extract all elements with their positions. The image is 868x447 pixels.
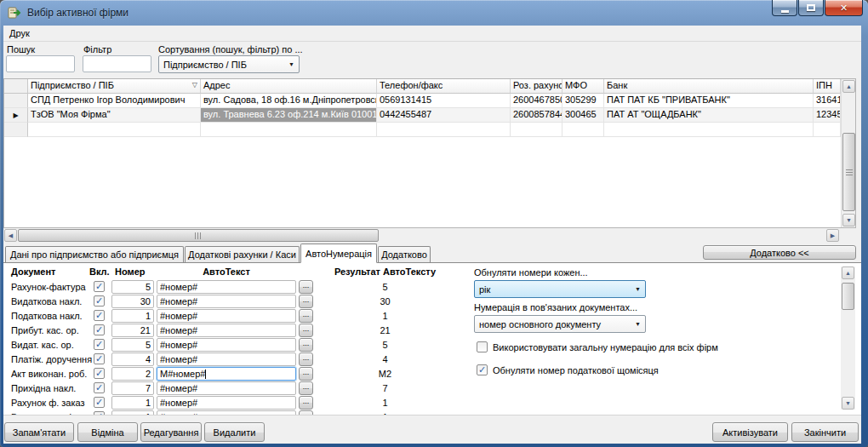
number-input[interactable] <box>111 309 154 323</box>
cell-name[interactable]: СПД Петренко Ігор Володимирович <box>28 94 201 108</box>
tab-company-data[interactable]: Дані про підприємство або підприємця <box>5 246 184 262</box>
autotext-browse-button[interactable]: ... <box>299 381 313 395</box>
grid-header-bank[interactable]: Банк <box>604 79 814 94</box>
autotext-browse-button[interactable]: ... <box>299 309 313 323</box>
titlebar[interactable]: Вибір активної фірми ✕ <box>0 0 868 26</box>
table-row[interactable]: СПД Петренко Ігор Володимирович вул. Сад… <box>4 94 841 108</box>
cell-account[interactable]: 260085784474 <box>511 108 562 123</box>
grid-header-phone[interactable]: Телефон/факс <box>377 79 511 94</box>
autotext-input[interactable] <box>157 338 296 352</box>
enabled-checkbox[interactable] <box>94 382 105 393</box>
thumb-grip <box>846 169 853 175</box>
enabled-checkbox[interactable] <box>94 353 105 364</box>
cell-phone[interactable]: 0569131415 <box>377 94 511 108</box>
scroll-down-icon[interactable]: ▼ <box>842 397 854 410</box>
autotext-input[interactable] <box>157 324 296 337</box>
reset-period-combobox[interactable]: рік ▼ <box>474 280 646 298</box>
autotext-browse-button[interactable]: ... <box>299 324 313 337</box>
cell-account[interactable]: 260046785001 <box>511 94 562 108</box>
grid-header-address[interactable]: Адрес <box>201 79 377 94</box>
grid-horizontal-scrollbar[interactable]: ◀ ▶ <box>3 228 840 243</box>
autotext-input[interactable] <box>157 280 296 294</box>
scroll-up-icon[interactable]: ▲ <box>842 80 855 93</box>
grid-vertical-scrollbar[interactable]: ▲ ▼ <box>841 79 855 227</box>
pane-vscroll-thumb[interactable] <box>842 283 854 310</box>
doc-label: Рахунок-фактура <box>11 282 92 292</box>
scroll-down-icon[interactable]: ▼ <box>842 214 855 226</box>
autotext-input[interactable] <box>157 309 296 323</box>
sort-combobox[interactable]: Підприємство / ПІБ ▼ <box>158 55 300 73</box>
number-input[interactable] <box>111 295 154 308</box>
cancel-button[interactable]: Відміна <box>77 422 138 442</box>
search-input[interactable] <box>6 55 75 72</box>
autotext-browse-button[interactable]: ... <box>299 295 313 308</box>
delete-button[interactable]: Видалити <box>204 422 265 442</box>
tab-autonumbering[interactable]: АвтоНумерація <box>300 244 377 263</box>
cell-address[interactable]: вул. Садова, 18 оф.16 м.Дніпропетровськ <box>201 94 377 108</box>
enabled-checkbox[interactable] <box>94 310 105 321</box>
autotext-browse-button[interactable]: ... <box>299 338 313 352</box>
grid-vscroll-thumb[interactable] <box>842 133 855 211</box>
autotext-input[interactable] <box>157 295 296 308</box>
tab-additional[interactable]: Додатково <box>378 246 431 262</box>
linked-docs-label: Нумерація в пов'язаних документах... <box>474 302 637 312</box>
enabled-checkbox[interactable] <box>94 339 105 350</box>
grid-header-account[interactable]: Роз. рахунок <box>511 79 562 94</box>
shared-numbering-checkbox[interactable] <box>477 341 488 352</box>
autotext-browse-button[interactable]: ... <box>299 352 313 366</box>
filter-input[interactable] <box>83 55 151 72</box>
close-button[interactable]: ✕ <box>825 0 863 16</box>
scroll-up-icon[interactable]: ▲ <box>842 266 854 279</box>
cell-bank[interactable]: ПАТ ПАТ КБ "ПРИВАТБАНК" <box>604 94 814 108</box>
number-input[interactable] <box>111 396 154 410</box>
finish-button[interactable]: Закінчити <box>791 422 859 442</box>
enabled-checkbox[interactable] <box>94 397 105 408</box>
tab-extra-accounts[interactable]: Додаткові рахунки / Каси <box>185 246 300 262</box>
minimize-button[interactable] <box>772 0 797 16</box>
shared-numbering-option[interactable]: Використовувати загальну нумерацію для в… <box>477 341 718 352</box>
number-input[interactable] <box>111 324 154 337</box>
monthly-reset-checkbox[interactable] <box>477 364 488 375</box>
autotext-input[interactable] <box>157 352 296 366</box>
cell-ipn[interactable]: 31641 <box>814 94 841 108</box>
save-button[interactable]: Запам'ятати <box>4 422 74 442</box>
app-window: Вибір активної фірми ✕ Друк Пошук Фільтр… <box>0 0 868 447</box>
grid-hscroll-thumb[interactable] <box>18 229 379 242</box>
enabled-checkbox[interactable] <box>94 295 105 307</box>
number-input[interactable] <box>111 367 154 381</box>
cell-mfo[interactable]: 300465 <box>562 108 604 123</box>
monthly-reset-option[interactable]: Обнуляти номер податкової щомісяця <box>477 364 659 375</box>
autotext-browse-button[interactable]: ... <box>299 367 313 381</box>
pane-vertical-scrollbar[interactable]: ▲ ▼ <box>841 266 855 410</box>
enabled-checkbox[interactable] <box>94 324 105 335</box>
grid-header-ipn[interactable]: ІПН <box>814 79 841 94</box>
number-input[interactable] <box>111 338 154 352</box>
number-input[interactable] <box>111 352 154 366</box>
enabled-checkbox[interactable] <box>94 281 105 292</box>
autotext-input[interactable] <box>157 396 296 410</box>
autotext-browse-button[interactable]: ... <box>299 396 313 410</box>
number-input[interactable] <box>111 280 154 294</box>
more-button[interactable]: Додатково << <box>703 245 856 260</box>
cell-phone[interactable]: 0442455487 <box>377 108 511 123</box>
maximize-button[interactable] <box>798 0 824 16</box>
cell-mfo[interactable]: 305299 <box>562 94 604 108</box>
cell-bank[interactable]: ПАТ АТ "ОЩАДБАНК" <box>604 108 814 123</box>
autotext-input[interactable] <box>157 381 296 395</box>
grid-header-name[interactable]: ▽Підприємство / ПІБ <box>28 79 201 94</box>
edit-button[interactable]: Редагування <box>140 422 202 442</box>
table-row-selected[interactable]: ▶ ТзОВ "Моя Фірма" вул. Травнева 6.23 оф… <box>4 108 841 123</box>
menu-print[interactable]: Друк <box>3 26 36 41</box>
linked-docs-combobox[interactable]: номер основного документу ▼ <box>474 315 646 333</box>
cell-name[interactable]: ТзОВ "Моя Фірма" <box>28 108 201 123</box>
cell-address-selected[interactable]: вул. Травнева 6.23 оф.214 м.Київ 01001 <box>201 108 377 123</box>
autotext-browse-button[interactable]: ... <box>299 280 313 294</box>
enabled-checkbox[interactable] <box>94 368 105 379</box>
scroll-right-icon[interactable]: ▶ <box>826 229 839 242</box>
scroll-left-icon[interactable]: ◀ <box>4 229 17 242</box>
activate-button[interactable]: Активізувати <box>712 422 788 442</box>
cell-ipn[interactable]: 12345 <box>814 108 841 123</box>
autotext-input-focused[interactable] <box>157 367 296 381</box>
grid-header-mfo[interactable]: МФО <box>562 79 604 94</box>
number-input[interactable] <box>111 381 154 395</box>
